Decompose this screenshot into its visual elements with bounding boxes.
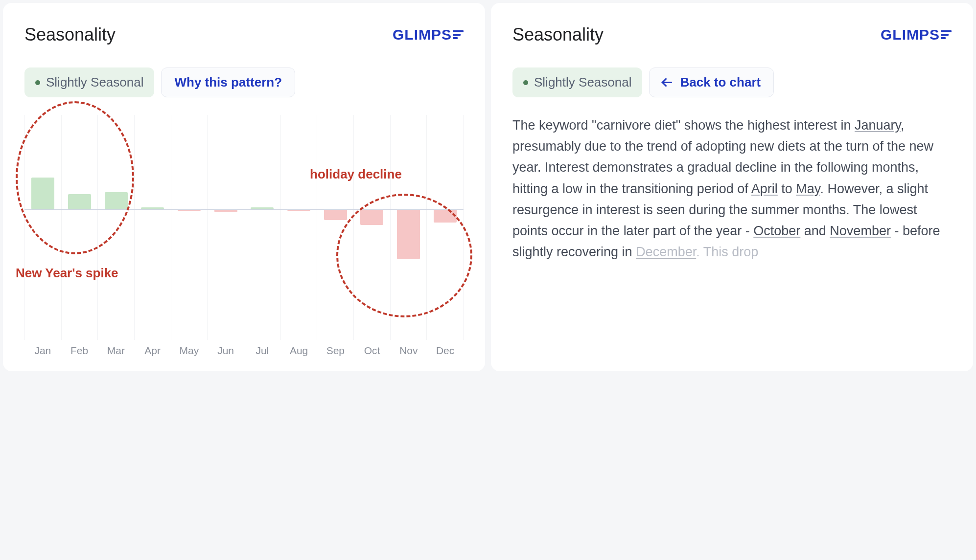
text: . This drop xyxy=(696,245,758,259)
brand-logo: GLIMPS xyxy=(393,26,464,43)
chart-column xyxy=(353,115,390,340)
x-axis-label: Nov xyxy=(391,345,427,357)
x-axis-label: Aug xyxy=(280,345,317,357)
annotation-label-holiday: holiday decline xyxy=(310,167,402,182)
x-axis-label: Feb xyxy=(61,345,98,357)
chart-bar xyxy=(434,209,457,223)
chart-baseline xyxy=(24,209,464,210)
chart-column xyxy=(171,115,208,340)
card-header: Seasonality GLIMPS xyxy=(24,24,464,45)
chart-bar xyxy=(324,209,347,220)
seasonality-bar-chart: New Year's spike holiday decline xyxy=(24,115,464,340)
annotation-label-newyear: New Year's spike xyxy=(16,266,118,281)
highlight-october: October xyxy=(753,224,800,238)
x-axis-label: Jun xyxy=(208,345,244,357)
button-label: Why this pattern? xyxy=(174,75,282,90)
x-axis-label: Apr xyxy=(134,345,171,357)
logo-lines-icon xyxy=(941,30,952,39)
back-to-chart-button[interactable]: Back to chart xyxy=(649,67,774,97)
badge-label: Slightly Seasonal xyxy=(46,75,143,90)
highlight-november: November xyxy=(830,224,891,238)
badge-dot-icon xyxy=(523,80,528,85)
chart-grid xyxy=(24,115,464,340)
chart-column xyxy=(317,115,353,340)
highlight-april: April xyxy=(751,181,778,196)
chart-column xyxy=(244,115,280,340)
highlight-january: January xyxy=(855,118,901,133)
controls-row: Slightly Seasonal Back to chart xyxy=(512,67,952,97)
chart-bar xyxy=(105,192,128,209)
chart-bar xyxy=(31,178,54,210)
button-label: Back to chart xyxy=(680,75,761,90)
x-axis-label: Oct xyxy=(354,345,391,357)
chart-bar xyxy=(68,194,91,209)
brand-text: GLIMPS xyxy=(393,26,452,43)
badge-dot-icon xyxy=(35,80,40,85)
x-axis-label: May xyxy=(171,345,208,357)
card-header: Seasonality GLIMPS xyxy=(512,24,952,45)
chart-column xyxy=(390,115,427,340)
text: and xyxy=(800,224,830,238)
logo-lines-icon xyxy=(453,30,464,39)
chart-column xyxy=(134,115,171,340)
x-axis-label: Dec xyxy=(427,345,464,357)
chart-column xyxy=(61,115,98,340)
chart-bar xyxy=(397,209,420,259)
chart-column xyxy=(280,115,317,340)
text: The keyword "carnivore diet" shows the h… xyxy=(512,118,855,133)
explanation-text: The keyword "carnivore diet" shows the h… xyxy=(512,115,952,263)
chart-bar xyxy=(360,209,383,225)
x-axis-label: Jul xyxy=(244,345,281,357)
seasonality-explain-card: Seasonality GLIMPS Slightly Seasonal Bac… xyxy=(491,3,973,371)
badge-label: Slightly Seasonal xyxy=(534,75,631,90)
brand-text: GLIMPS xyxy=(881,26,940,43)
chart-column xyxy=(24,115,61,340)
seasonality-chart-card: Seasonality GLIMPS Slightly Seasonal Why… xyxy=(3,3,485,371)
x-axis-label: Sep xyxy=(317,345,354,357)
seasonality-badge: Slightly Seasonal xyxy=(512,67,642,97)
card-title: Seasonality xyxy=(24,24,116,45)
brand-logo: GLIMPS xyxy=(881,26,952,43)
seasonality-badge: Slightly Seasonal xyxy=(24,67,154,97)
x-axis-label: Mar xyxy=(98,345,135,357)
highlight-may: May xyxy=(796,181,820,196)
arrow-left-icon xyxy=(662,77,673,88)
chart-x-axis: JanFebMarAprMayJunJulAugSepOctNovDec xyxy=(24,345,464,357)
text: to xyxy=(778,181,796,196)
controls-row: Slightly Seasonal Why this pattern? xyxy=(24,67,464,97)
highlight-december: December xyxy=(636,245,696,259)
why-this-pattern-button[interactable]: Why this pattern? xyxy=(161,67,295,97)
chart-column xyxy=(97,115,134,340)
card-title: Seasonality xyxy=(512,24,604,45)
x-axis-label: Jan xyxy=(24,345,61,357)
chart-column xyxy=(207,115,244,340)
chart-column xyxy=(426,115,464,340)
